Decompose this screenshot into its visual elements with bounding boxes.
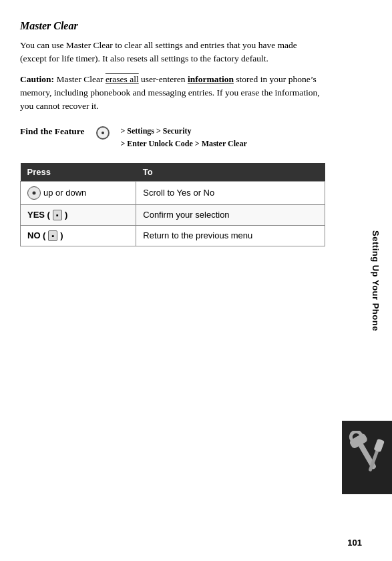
no-label: NO ( [27, 230, 45, 240]
press-cell-1: up or down [21, 181, 136, 204]
find-feature-path-line1: > Settings > Security [121, 125, 247, 138]
caution-text-before: Master Clear [56, 74, 105, 84]
find-feature-path-container: > Settings > Security > Enter Unlock Cod… [121, 125, 247, 150]
main-content: Master Clear You can use Master Clear to… [20, 20, 325, 246]
press-cell-3-content: NO ( ▪ ) [27, 230, 129, 241]
no-paren-close: ) [60, 230, 63, 240]
menu-dot [102, 132, 104, 134]
yes-label: YES ( [27, 210, 50, 220]
menu-icon-container [95, 126, 110, 140]
press-cell-1-content: up or down [27, 186, 129, 200]
to-cell-3: Return to the previous menu [136, 225, 325, 246]
scroll-circle-icon [27, 186, 41, 200]
caution-strikethrough: erases all [106, 74, 139, 84]
table-row: up or down Scroll to Yes or No [21, 181, 325, 204]
caution-text-middle: user-enteren [139, 74, 188, 84]
press-cell-3: NO ( ▪ ) [21, 225, 136, 246]
table-row: YES ( ▪ ) Confirm your selection [21, 204, 325, 225]
intro-paragraph: You can use Master Clear to clear all se… [20, 39, 325, 66]
page-number: 101 [347, 538, 362, 548]
table-header-row: Press To [21, 163, 325, 182]
press-table: Press To up or down Scroll to Yes or No [20, 163, 325, 246]
find-feature-path-line2: > Enter Unlock Code > Master Clear [121, 138, 247, 150]
to-cell-1: Scroll to Yes or No [136, 181, 325, 204]
svg-rect-4 [373, 439, 384, 453]
header-press: Press [21, 163, 136, 182]
find-feature-row: Find the Feature > Settings > Security >… [20, 125, 325, 150]
table-body: up or down Scroll to Yes or No YES ( ▪ ) [21, 181, 325, 246]
tools-icon [347, 431, 387, 484]
caution-label: Caution: [20, 74, 54, 84]
yes-button-icon: ▪ [53, 210, 62, 220]
find-feature-label: Find the Feature [20, 125, 85, 137]
sidebar-image-block [342, 421, 392, 494]
up-or-down-text: up or down [43, 188, 86, 198]
to-cell-2: Confirm your selection [136, 204, 325, 225]
table-row: NO ( ▪ ) Return to the previous menu [21, 225, 325, 246]
press-cell-2: YES ( ▪ ) [21, 204, 136, 225]
caution-paragraph: Caution: Master Clear erases all user-en… [20, 73, 325, 114]
menu-icon [96, 126, 110, 140]
sidebar-label: Setting Up Your Phone [371, 230, 381, 331]
press-cell-2-content: YES ( ▪ ) [27, 210, 129, 220]
yes-paren-close: ) [65, 210, 67, 220]
no-button-icon: ▪ [48, 230, 57, 241]
page-container: Master Clear You can use Master Clear to… [0, 0, 392, 561]
caution-bold-underline: information [188, 74, 234, 84]
section-title: Master Clear [20, 20, 325, 32]
header-to: To [136, 163, 325, 182]
table-header: Press To [21, 163, 325, 182]
